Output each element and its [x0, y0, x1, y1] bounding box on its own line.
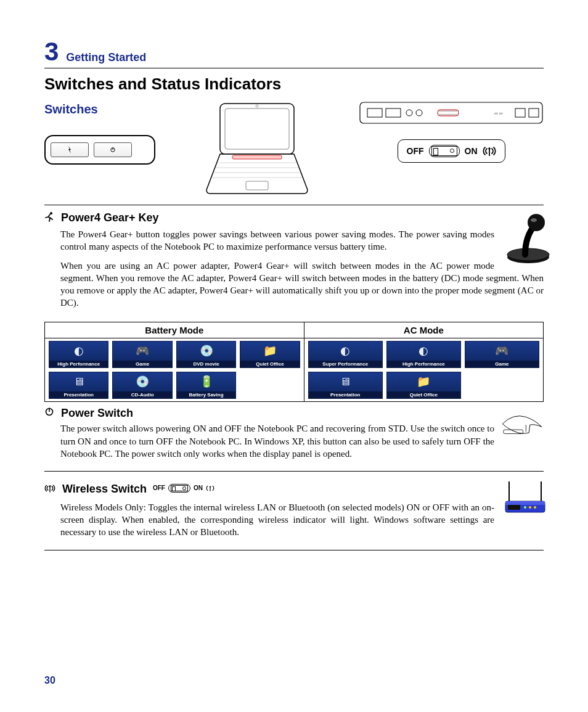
svg-point-26 — [528, 214, 545, 231]
on-label: ON — [465, 146, 478, 156]
mode-tile-icon: 🔋 — [200, 372, 213, 391]
battery-tiles-row2: 🖥Presentation💿CD-Audio🔋Battery Saving — [49, 372, 300, 399]
mode-tile: 🎮Game — [465, 341, 539, 368]
mode-tile: 🖥Presentation — [49, 372, 108, 399]
mode-tile-icon: 🖥 — [340, 372, 351, 391]
mode-tile: 💿CD-Audio — [112, 372, 172, 399]
off-label: OFF — [407, 146, 424, 156]
page-number: 30 — [44, 675, 55, 686]
page-title: Switches and Status Indicators — [44, 75, 544, 94]
svg-point-38 — [529, 506, 531, 509]
mode-tile-icon: 🖥 — [73, 372, 84, 391]
power4-section: Power4 Gear+ Key The Power4 Gear+ button… — [44, 211, 544, 402]
power-switch-section: Power Switch The power switch allows pow… — [44, 407, 544, 467]
mode-table: Battery Mode AC Mode ◐High Performance🎮G… — [44, 322, 544, 402]
mode-tile-icon: 💿 — [200, 342, 213, 361]
mode-tile-icon: 🎮 — [136, 342, 149, 361]
runner-icon — [44, 211, 54, 226]
mode-tile-icon: 🎮 — [495, 342, 508, 361]
hand-press-illustration — [500, 407, 544, 441]
mode-tile-label: Game — [113, 361, 171, 367]
mode-tile-label: Game — [465, 361, 539, 367]
mode-tile-label: Quiet Office — [387, 391, 460, 398]
power4-key-icon — [51, 142, 89, 157]
svg-rect-5 — [232, 155, 282, 159]
switches-heading: Switches — [44, 102, 155, 117]
power4-heading: Power4 Gear+ Key — [61, 211, 159, 224]
svg-text:▭ ▭: ▭ ▭ — [494, 112, 503, 115]
wireless-icon — [44, 483, 55, 496]
router-illustration — [500, 478, 544, 520]
mode-tile: ◐High Performance — [386, 341, 461, 368]
chapter-number: 3 — [44, 37, 59, 67]
mode-tile: 🎮Game — [112, 341, 172, 368]
mode-tile: 📁Quiet Office — [386, 372, 461, 399]
side-view-illustration: ▭ ▭ — [359, 99, 544, 131]
divider — [44, 205, 544, 205]
mode-tile-icon: 📁 — [263, 342, 277, 361]
svg-point-39 — [534, 506, 536, 509]
on-label: ON — [194, 485, 203, 491]
mode-tile-label: High Performance — [49, 361, 108, 367]
wireless-switch-badge-small: OFF ON — [153, 484, 214, 493]
mode-tile-label: Presentation — [309, 391, 382, 398]
mode-tile-label: High Performance — [387, 361, 460, 367]
mode-tile-icon: ◐ — [74, 342, 84, 361]
mode-tile: 🔋Battery Saving — [176, 372, 236, 399]
mode-tile-label: Battery Saving — [177, 391, 235, 398]
power4-paragraph-2: When you are using an AC power adapter, … — [60, 260, 544, 309]
svg-rect-36 — [508, 505, 520, 510]
power4-paragraph-1: The Power4 Gear+ button toggles power sa… — [60, 228, 544, 253]
wireless-icon — [483, 145, 496, 157]
figures-row: Switches — [44, 99, 544, 200]
svg-rect-35 — [505, 501, 545, 505]
ac-mode-header: AC Mode — [304, 322, 543, 338]
power-switch-heading: Power Switch — [61, 407, 133, 419]
mode-tile-label: Quiet Office — [240, 361, 299, 367]
mode-tile: 🖥Presentation — [308, 372, 383, 399]
power-switch-paragraph: The power switch allows powering ON and … — [60, 422, 544, 460]
mode-tile: ◐High Performance — [49, 341, 108, 368]
mode-tile-label: CD-Audio — [113, 391, 171, 398]
svg-point-37 — [524, 506, 526, 509]
slide-switch-icon — [168, 484, 190, 493]
battery-tiles-row1: ◐High Performance🎮Game💿DVD movie📁Quiet O… — [49, 341, 300, 368]
mode-tile-icon: 💿 — [136, 372, 149, 391]
svg-point-27 — [531, 218, 537, 222]
mode-tile: 📁Quiet Office — [240, 341, 300, 368]
off-label: OFF — [153, 485, 165, 491]
gearshift-illustration — [500, 211, 544, 267]
mode-tile: ◐Super Performance — [308, 341, 383, 368]
mode-tile: 💿DVD movie — [176, 341, 236, 368]
wireless-switch-badge-large: OFF ON — [398, 139, 505, 163]
chapter-header: 3 Getting Started — [44, 37, 544, 68]
wireless-icon — [206, 485, 214, 492]
divider — [44, 550, 544, 550]
mode-tile-icon: ◐ — [340, 342, 350, 361]
ac-tiles-row2: 🖥Presentation📁Quiet Office — [308, 372, 539, 399]
power-icon — [44, 407, 54, 420]
chapter-title: Getting Started — [66, 51, 146, 67]
wireless-switch-heading: Wireless Switch — [62, 483, 147, 495]
wireless-switch-paragraph: Wireless Models Only: Toggles the intern… — [60, 501, 544, 539]
divider — [44, 471, 544, 472]
power-key-icon — [94, 142, 132, 157]
battery-mode-header: Battery Mode — [45, 322, 304, 338]
switch-buttons-illustration — [44, 135, 155, 165]
mode-tile-label: DVD movie — [177, 361, 235, 367]
wireless-switch-section: Wireless Switch OFF ON Wireless Models O… — [44, 478, 544, 545]
svg-rect-3 — [225, 108, 289, 149]
mode-tile-label: Presentation — [49, 391, 108, 398]
laptop-illustration — [195, 99, 319, 200]
slide-switch-icon — [429, 145, 460, 157]
ac-tiles-row1: ◐Super Performance◐High Performance🎮Game — [308, 341, 539, 368]
mode-tile-icon: ◐ — [419, 342, 428, 361]
mode-tile-icon: 📁 — [417, 372, 430, 391]
mode-tile-label: Super Performance — [309, 361, 382, 367]
